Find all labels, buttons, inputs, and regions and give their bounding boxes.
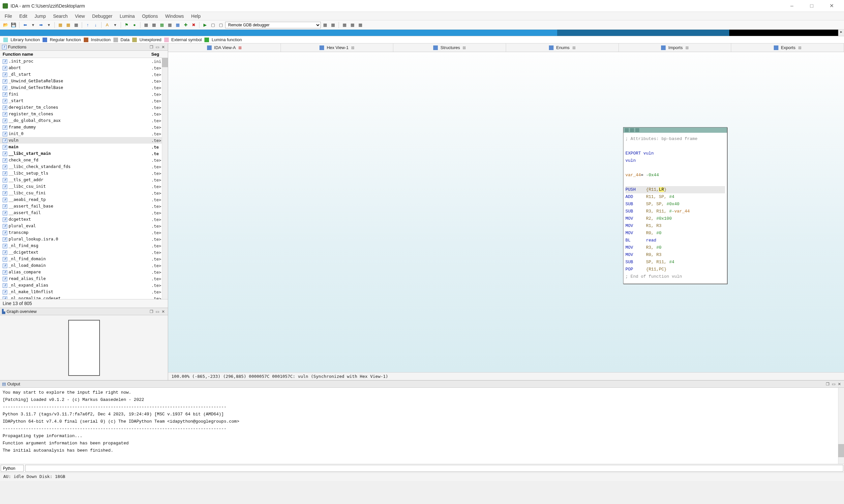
navigation-band[interactable]: ▸ — [0, 30, 844, 36]
nav-arrow-icon[interactable]: ▸ — [838, 30, 844, 36]
tab-close-icon[interactable]: ⊠ — [685, 46, 689, 50]
function-row[interactable]: fframe_dummy.te> — [0, 124, 168, 130]
menu-jump[interactable]: Jump — [32, 13, 49, 19]
tab[interactable]: Structures⊠ — [393, 43, 506, 52]
function-row[interactable]: f__tls_get_addr.te> — [0, 177, 168, 183]
close-button[interactable]: ✕ — [822, 0, 841, 12]
menu-lumina[interactable]: Lumina — [117, 13, 137, 19]
function-row[interactable]: fderegister_tm_clones.te> — [0, 104, 168, 111]
tool-icon[interactable]: ▦ — [73, 22, 79, 28]
tool-icon[interactable]: ▦ — [330, 22, 336, 28]
function-row[interactable]: ftranscmp.te> — [0, 229, 168, 236]
scrollbar[interactable] — [838, 388, 844, 464]
debugger-select[interactable]: Remote GDB debugger — [225, 22, 321, 28]
tool-icon[interactable]: ▦ — [342, 22, 347, 28]
scrollbar[interactable] — [162, 58, 168, 299]
menu-file[interactable]: File — [2, 13, 15, 19]
function-row[interactable]: f_nl_load_domain.te> — [0, 262, 168, 269]
scrollbar-thumb[interactable] — [162, 58, 168, 67]
function-row[interactable]: f__libc_csu_fini.te> — [0, 190, 168, 196]
panel-close-icon[interactable]: ✕ — [160, 44, 166, 50]
highlight-icon[interactable]: A — [104, 22, 110, 28]
function-row[interactable]: fplural_lookup.isra.0.te> — [0, 236, 168, 242]
node-btn-icon[interactable] — [625, 128, 629, 132]
function-row[interactable]: f_nl_make_l10nflist.te> — [0, 289, 168, 295]
function-row[interactable]: f_nl_expand_alias.te> — [0, 282, 168, 289]
function-row[interactable]: f_nl_normalize_codeset.te> — [0, 295, 168, 299]
function-row[interactable]: f_dl_start.te> — [0, 71, 168, 78]
node-header[interactable] — [623, 127, 727, 133]
tab[interactable]: Exports⊠ — [731, 43, 844, 52]
output-body[interactable]: You may start to explore the input file … — [0, 388, 844, 464]
function-row[interactable]: f.init_proc.ini — [0, 58, 168, 65]
function-row[interactable]: f__libc_check_standard_fds.te> — [0, 163, 168, 170]
tool-icon[interactable]: ▦ — [151, 22, 157, 28]
function-row[interactable]: fmain.te — [0, 144, 168, 150]
menu-help[interactable]: Help — [189, 13, 203, 19]
dropdown-icon[interactable]: ▾ — [112, 22, 118, 28]
panel-restore-icon[interactable]: ▭ — [155, 309, 160, 314]
dot-icon[interactable]: ● — [132, 22, 137, 28]
functions-list[interactable]: f.init_proc.inifabort.te>f_dl_start.te>f… — [0, 58, 168, 299]
scrollbar-thumb[interactable] — [838, 444, 844, 457]
panel-close-icon[interactable]: ✕ — [837, 381, 842, 387]
tab-close-icon[interactable]: ⊠ — [798, 46, 802, 50]
down-icon[interactable]: ↓ — [93, 22, 99, 28]
function-row[interactable]: fabort.te> — [0, 65, 168, 71]
function-row[interactable]: f__dcigettext.te> — [0, 249, 168, 256]
panel-close-icon[interactable]: ✕ — [160, 309, 166, 314]
tool-icon[interactable]: ▦ — [159, 22, 165, 28]
disasm-body[interactable]: ; Attributes: bp-based frame EXPORT vuln… — [623, 133, 727, 284]
function-row[interactable]: fregister_tm_clones.te> — [0, 111, 168, 117]
menu-view[interactable]: View — [72, 13, 87, 19]
function-row[interactable]: fcheck_one_fd.te> — [0, 157, 168, 163]
function-row[interactable]: ffini.te> — [0, 91, 168, 97]
function-row[interactable]: fvuln.te> — [0, 137, 168, 144]
menu-edit[interactable]: Edit — [17, 13, 30, 19]
tab[interactable]: Hex View-1⊠ — [281, 43, 394, 52]
tool-icon[interactable]: ▦ — [322, 22, 328, 28]
forward-icon[interactable]: ➡ — [38, 22, 44, 28]
back-icon[interactable]: ⬅ — [22, 22, 28, 28]
function-row[interactable]: f_nl_find_domain.te> — [0, 256, 168, 262]
tool-icon[interactable]: ▦ — [349, 22, 356, 28]
minimize-button[interactable]: – — [782, 0, 802, 12]
function-row[interactable]: falias_compare.te> — [0, 269, 168, 275]
forward-more-icon[interactable]: ▾ — [46, 22, 52, 28]
function-row[interactable]: fread_alias_file.te> — [0, 275, 168, 282]
function-row[interactable]: f_Unwind_GetDataRelBase.te> — [0, 78, 168, 84]
panel-window-icon[interactable]: ❐ — [149, 44, 154, 50]
open-icon[interactable]: 📂 — [3, 22, 8, 28]
maximize-button[interactable]: □ — [802, 0, 822, 12]
function-row[interactable]: f__aeabi_read_tp.te> — [0, 196, 168, 203]
tool-icon[interactable]: ▦ — [167, 22, 173, 28]
ida-view[interactable]: ; Attributes: bp-based frame EXPORT vuln… — [168, 52, 844, 372]
up-icon[interactable]: ↑ — [85, 22, 91, 28]
function-row[interactable]: f__assert_fail.te> — [0, 210, 168, 216]
panel-window-icon[interactable]: ❐ — [825, 381, 830, 387]
tab[interactable]: IDA View-A⊠ — [168, 43, 281, 52]
tool-icon[interactable]: ▦ — [357, 22, 363, 28]
add-icon[interactable]: ✚ — [183, 22, 189, 28]
panel-window-icon[interactable]: ❐ — [149, 309, 154, 314]
function-row[interactable]: f__libc_setup_tls.te> — [0, 170, 168, 177]
tab-close-icon[interactable]: ⊠ — [351, 46, 355, 50]
function-row[interactable]: f__assert_fail_base.te> — [0, 203, 168, 210]
tab-close-icon[interactable]: ⊠ — [238, 46, 242, 50]
node-btn-icon[interactable] — [635, 128, 639, 132]
tool-icon[interactable]: ▦ — [65, 22, 71, 28]
function-row[interactable]: finit_0.te> — [0, 130, 168, 137]
menu-debugger[interactable]: Debugger — [89, 13, 115, 19]
panel-restore-icon[interactable]: ▭ — [831, 381, 836, 387]
delete-icon[interactable]: ✖ — [191, 22, 196, 28]
save-icon[interactable]: 💾 — [11, 22, 16, 28]
function-row[interactable]: f__libc_start_main.te — [0, 150, 168, 157]
disasm-node[interactable]: ; Attributes: bp-based frame EXPORT vuln… — [623, 127, 727, 284]
function-row[interactable]: f_nl_find_msg.te> — [0, 242, 168, 249]
tab[interactable]: Enums⊠ — [506, 43, 619, 52]
pause-icon[interactable]: ▢ — [210, 22, 216, 28]
tab-close-icon[interactable]: ⊠ — [572, 46, 575, 50]
tab[interactable]: Imports⊠ — [619, 43, 731, 52]
lang-selector[interactable]: Python — [1, 465, 24, 472]
column-name[interactable]: Function name — [3, 52, 151, 57]
